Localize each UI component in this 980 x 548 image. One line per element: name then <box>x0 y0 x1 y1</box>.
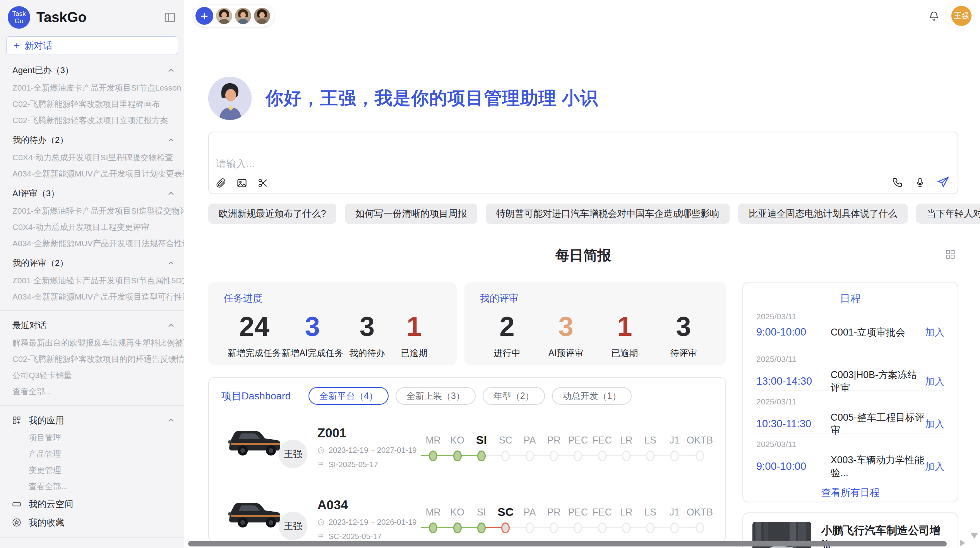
scroll-right-arrow[interactable] <box>960 539 965 546</box>
milestone-label: KO <box>445 432 469 448</box>
milestone-label: SI <box>469 432 493 448</box>
sidebar-item[interactable]: Z001-全新燃油轻卡产品开发项目SI造型提交物评审 <box>0 203 184 219</box>
milestone-dot <box>574 450 582 461</box>
project-name: A034 <box>317 498 421 512</box>
right-column: 日程 2025/03/119:00-10:00C001-立项审批会加入2025/… <box>742 282 958 548</box>
milestone-track <box>590 520 614 536</box>
app-logo: Task Go <box>8 6 30 29</box>
sidebar-app-subitem[interactable]: 产品管理 <box>0 446 184 462</box>
recent-conversation-item[interactable]: 解释最新出台的欧盟报废车法规再生塑料比例被调至15%... <box>0 335 184 351</box>
project-car-block: 王强 <box>221 418 317 477</box>
new-chat-label: 新对话 <box>24 39 52 52</box>
project-row[interactable]: 王强A0342023-12-19 ~ 2026-01-19SC-2025-05-… <box>221 490 713 543</box>
milestone-label: LR <box>614 432 638 448</box>
new-agent-button[interactable]: + <box>195 7 213 25</box>
milestone-label: J1 <box>663 504 687 520</box>
agent-avatar[interactable] <box>234 7 252 25</box>
suggestion-chip[interactable]: 特朗普可能对进口汽车增税会对中国车企造成哪些影响 <box>486 204 730 224</box>
sidebar-section-header[interactable]: Agent已办（3） <box>0 61 184 80</box>
suggestion-chip[interactable]: 当下年轻人对汽车外观有怎样的喜好趋势 <box>916 204 980 224</box>
stat-value: 24 <box>228 312 281 342</box>
sidebar-item-favorites[interactable]: 我的收藏 <box>0 513 184 532</box>
agent-avatar[interactable] <box>215 7 233 25</box>
apps-icon <box>12 415 22 425</box>
send-icon[interactable] <box>937 176 950 189</box>
dashboard-tab[interactable]: 动总开发（1） <box>552 387 632 405</box>
sidebar-item[interactable]: C02-飞腾新能源轻客改款项目里程碑画布 <box>0 96 184 112</box>
suggestion-chip[interactable]: 如何写一份清晰的项目周报 <box>345 204 477 224</box>
new-chat-button[interactable]: + 新对话 <box>6 36 178 55</box>
milestone-label: KO <box>445 504 469 520</box>
sidebar-item[interactable]: Z001-全新燃油皮卡产品开发项目SI节点Lesson Learn报告 <box>0 80 184 96</box>
view-all-schedule-link[interactable]: 查看所有日程 <box>743 486 958 499</box>
sidebar-section-header-recent[interactable]: 最近对话 <box>0 316 184 335</box>
sidebar-section-header[interactable]: 我的评审（2） <box>0 254 184 272</box>
dashboard-tab[interactable]: 全新平台（4） <box>308 387 389 405</box>
notification-bell-icon[interactable] <box>928 10 940 22</box>
schedule-date: 2025/03/11 <box>756 397 944 406</box>
view-all-apps-link[interactable]: 查看全部... <box>0 478 184 495</box>
my-review-card: 我的评审 2进行中3AI预评审1已逾期3待评审 <box>464 282 726 365</box>
dashboard-tab[interactable]: 年型（2） <box>483 387 545 405</box>
sidebar-app-subitem[interactable]: 项目管理 <box>0 430 184 446</box>
milestone-dot <box>526 450 534 461</box>
milestone-dot <box>429 522 437 533</box>
join-meeting-link[interactable]: 加入 <box>925 460 944 473</box>
project-owner-avatar: 王强 <box>279 440 307 468</box>
schedule-date: 2025/03/11 <box>756 440 944 449</box>
join-meeting-link[interactable]: 加入 <box>925 326 944 339</box>
sidebar-section-header[interactable]: AI评审（3） <box>0 184 184 203</box>
sidebar: Task Go TaskGo + 新对话 Agent已办（3）Z001-全新燃油… <box>0 0 184 548</box>
milestone-track <box>614 520 638 536</box>
sidebar-app-subitem[interactable]: 变更管理 <box>0 462 184 478</box>
milestone-track <box>590 448 614 464</box>
greeting-row: 你好，王强，我是你的项目管理助理 小识 <box>208 77 958 120</box>
recent-conversation-item[interactable]: C02-飞腾新能源轻客改款项目的闭环通告反馈情况 <box>0 351 184 367</box>
milestone-cell: J1 <box>663 504 687 536</box>
suggestion-chip[interactable]: 比亚迪全固态电池计划具体说了什么 <box>738 204 908 224</box>
stat-value: 3 <box>543 312 589 342</box>
phone-call-icon[interactable] <box>892 176 903 188</box>
milestone-dot <box>501 450 510 461</box>
project-flag-milestone: SI-2025-05-17 <box>317 460 421 469</box>
app-title: TaskGo <box>36 9 86 26</box>
composer[interactable]: 请输入... <box>208 132 958 194</box>
attachment-icon[interactable] <box>215 177 227 189</box>
sidebar-item-cloud-space[interactable]: 我的云空间 <box>0 495 184 513</box>
sidebar-item-my-apps[interactable]: 我的应用 <box>0 411 184 430</box>
user-avatar[interactable]: 王强 <box>951 6 971 26</box>
sidebar-item-ai-super-staff[interactable]: AI超级员工 <box>0 543 184 548</box>
layout-grid-icon[interactable] <box>944 248 956 262</box>
project-row[interactable]: 王强Z0012023-12-19 ~ 2027-01-19SI-2025-05-… <box>221 418 713 477</box>
milestone-label: FEC <box>590 432 614 448</box>
join-meeting-link[interactable]: 加入 <box>925 418 944 430</box>
microphone-icon[interactable] <box>914 176 926 188</box>
scroll-down-arrow[interactable] <box>971 533 978 539</box>
sidebar-item[interactable]: A034-全新新能源MUV产品开发项目法规符合性评审 <box>0 235 184 252</box>
image-icon[interactable] <box>236 177 248 189</box>
stat-label: 已逾期 <box>391 347 437 359</box>
sidebar-item[interactable]: A034-全新新能源MUV产品开发项目造型可行性评审 <box>0 289 184 305</box>
sidebar-item[interactable]: C02-飞腾新能源轻客改款项目立项汇报方案 <box>0 112 184 128</box>
view-all-conversations-link[interactable]: 查看全部... <box>0 384 184 400</box>
schedule-item: 2025/03/119:00-10:00X003-车辆动力学性能验...加入 <box>756 433 944 476</box>
dashboard-tab[interactable]: 全新上装（3） <box>396 387 476 405</box>
project-flag-text: SI-2025-05-17 <box>329 460 378 469</box>
sidebar-item[interactable]: C0X4-动力总成开发项目工程变更评审 <box>0 219 184 235</box>
chevron-up-icon <box>166 189 176 198</box>
sidebar-section-header[interactable]: 我的待办（2） <box>0 131 184 149</box>
sidebar-collapse-icon[interactable] <box>163 11 176 24</box>
horizontal-scrollbar-thumb[interactable] <box>188 541 947 546</box>
milestone-dot <box>670 450 679 461</box>
join-meeting-link[interactable]: 加入 <box>925 375 944 388</box>
sidebar-item[interactable]: C0X4-动力总成开发项目SI里程碑提交物检查 <box>0 149 184 166</box>
milestone-track <box>638 520 662 536</box>
sidebar-item[interactable]: Z001-全新燃油轻卡产品开发项目SI节点属性5D文件评审 <box>0 272 184 289</box>
agent-avatar[interactable] <box>253 7 271 25</box>
suggestion-chip[interactable]: 欧洲新规最近颁布了什么? <box>208 204 336 224</box>
sidebar-item[interactable]: A034-全新新能源MUV产品开发项目计划变更表编写 <box>0 166 184 182</box>
scissors-icon[interactable] <box>257 177 269 189</box>
logo-line1: Task <box>12 10 26 17</box>
recent-conversation-item[interactable]: 公司Q3轻卡销量 <box>0 367 184 384</box>
schedule-event-title: C001-立项审批会 <box>831 326 925 339</box>
